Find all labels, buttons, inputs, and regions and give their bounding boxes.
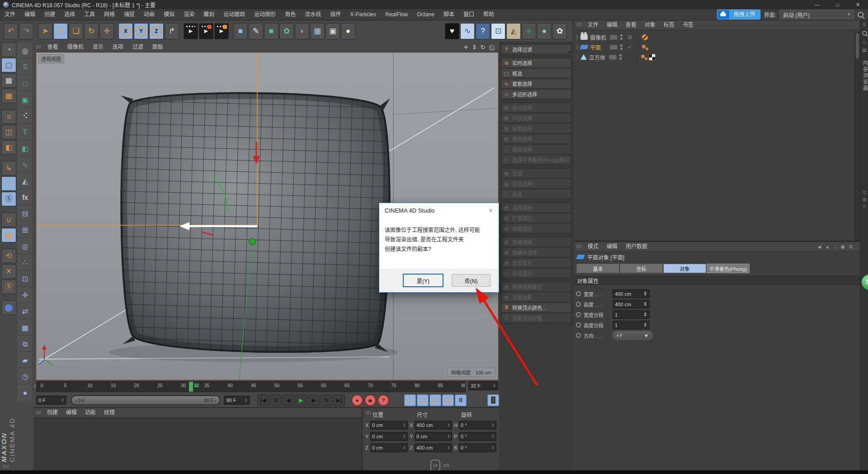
select-filter-item[interactable]: ?选择过滤 xyxy=(501,44,571,54)
menubar-item-18[interactable]: Octane xyxy=(412,9,439,20)
viewport-menu-item-4[interactable]: 过滤 xyxy=(128,42,148,52)
attribute-menu-icon-4[interactable]: ⊞ xyxy=(849,244,853,249)
current-frame-marker[interactable] xyxy=(189,382,193,392)
live-selection-button[interactable]: ➤ xyxy=(38,23,52,39)
dice-button[interactable]: ⊡ xyxy=(18,271,33,287)
lock-y-axis-button[interactable]: Y xyxy=(134,23,148,39)
attribute-menu-item-0[interactable]: 模式 xyxy=(584,242,603,251)
current-frame-field[interactable]: 32 F⇕ xyxy=(468,381,498,390)
magnet-snap-button[interactable]: ∪ xyxy=(1,213,16,227)
polygons-mode-button[interactable]: ◧ xyxy=(1,140,16,155)
workplane-lock-button[interactable]: ▦ xyxy=(1,228,16,242)
viewport-menu-item-3[interactable]: 选项 xyxy=(108,42,128,52)
dotted-sphere-button[interactable]: ● xyxy=(18,385,33,401)
clock-button[interactable]: ◷ xyxy=(18,369,33,384)
animation-help-button[interactable]: ? xyxy=(377,394,389,406)
plugin-rock-button[interactable]: ◭ xyxy=(506,23,521,39)
plugin-heart-button[interactable]: ♥ xyxy=(445,23,459,39)
plugin-flower-button[interactable]: ✿ xyxy=(552,23,567,39)
attribute-menu-icon-0[interactable]: ◀ xyxy=(818,244,821,249)
menubar-item-11[interactable]: 运动跟踪 xyxy=(219,9,250,20)
lock-x-axis-button[interactable]: X xyxy=(118,23,133,39)
object-manager-menu-item-3[interactable]: 对象 xyxy=(641,20,660,30)
panel-icon[interactable]: ◫ xyxy=(863,190,867,194)
object-manager-menu-item-5[interactable]: 书签 xyxy=(679,20,698,30)
menubar-item-4[interactable]: 工具 xyxy=(80,9,99,20)
axis-center-button[interactable]: ✕ xyxy=(1,264,16,279)
rotate-tool-button[interactable]: ↻ xyxy=(84,23,99,39)
object-row-camera[interactable]: ├摄像机⊡ xyxy=(574,32,860,42)
rings-button[interactable]: ◎ xyxy=(18,239,33,254)
undo-button[interactable]: ↶ xyxy=(4,23,18,39)
attribute-menu-icon-2[interactable]: ⌂ xyxy=(834,244,836,249)
redo-button[interactable]: ↷ xyxy=(19,23,33,39)
transport-goto-end-button[interactable]: ▶| xyxy=(333,394,345,406)
render-to-picture-viewer-button[interactable]: ▶ xyxy=(199,23,213,39)
close-button[interactable]: ✕ xyxy=(848,0,868,9)
browser-search-icon[interactable] xyxy=(862,31,867,35)
stack-icon[interactable]: ▤ xyxy=(862,47,866,52)
width-segments-field[interactable]: 1⇕ xyxy=(613,310,650,319)
autokeying-button[interactable]: ◉ xyxy=(364,394,376,406)
content-browser-tab[interactable]: 内容浏览器 xyxy=(862,60,868,92)
rectangle-selection-item[interactable]: ▢框选 xyxy=(501,68,571,78)
add-modeling-button[interactable]: ✿ xyxy=(279,23,294,39)
menubar-item-5[interactable]: 网格 xyxy=(99,9,119,20)
width-segments-key-radio[interactable] xyxy=(576,312,581,317)
rotation-key-button[interactable]: ↻ xyxy=(429,394,441,406)
size-x-field[interactable]: 400 cm⇕ xyxy=(415,421,452,430)
menubar-item-13[interactable]: 角色 xyxy=(280,9,300,20)
material-menu-item-1[interactable]: 编辑 xyxy=(62,408,81,417)
object-manager-scrollbar[interactable] xyxy=(854,31,860,241)
plane-layer-box[interactable] xyxy=(610,45,618,50)
dialog-yes-button[interactable]: 是(Y) xyxy=(403,274,443,287)
menubar-item-3[interactable]: 选择 xyxy=(60,9,80,20)
last-used-tool-button[interactable]: ✛ xyxy=(99,23,114,39)
height-segments-key-radio[interactable] xyxy=(576,322,581,327)
menubar-item-6[interactable]: 捕捉 xyxy=(119,9,139,20)
menubar-item-17[interactable]: RealFlow xyxy=(381,9,412,20)
height-segments-field[interactable]: 1⇕ xyxy=(613,321,650,329)
plugin-sphere-button[interactable]: ● xyxy=(537,23,552,39)
timeline-mode-button[interactable] xyxy=(487,394,499,406)
points-mode-button[interactable]: ⠶ xyxy=(1,109,16,124)
polygon-selection-item[interactable]: ◇多边形选择 xyxy=(501,89,571,99)
enable-axis-button[interactable]: ↳ xyxy=(1,161,16,175)
menubar-item-20[interactable]: 窗口 xyxy=(459,9,479,20)
menubar-item-1[interactable]: 编辑 xyxy=(20,9,40,20)
cube-texture-tag[interactable] xyxy=(649,54,656,61)
add-camera-button[interactable]: ▣ xyxy=(326,23,340,39)
viewport-menu-item-5[interactable]: 面板 xyxy=(148,42,168,52)
attribute-menu-icon-1[interactable]: ▲ xyxy=(825,244,830,249)
cube-visibility-dots[interactable] xyxy=(619,54,622,60)
shapes-button[interactable]: ▰ xyxy=(18,353,33,368)
explode-button[interactable]: □ xyxy=(18,76,33,91)
plugin-poster-button[interactable]: ? xyxy=(476,23,490,39)
transport-goto-start-button[interactable]: |◀ xyxy=(257,394,269,406)
object-row-cube[interactable]: └立方体 xyxy=(574,52,860,62)
rotation-p-field[interactable]: 0 °⇕ xyxy=(459,432,496,441)
model-mode-button[interactable]: ▢ xyxy=(1,58,16,72)
minimize-button[interactable]: — xyxy=(807,0,827,9)
object-row-plane[interactable]: ├平面✓ xyxy=(574,42,860,52)
plugin-tree-button[interactable]: ♣ xyxy=(522,23,536,39)
edit-render-settings-button[interactable]: ▶ xyxy=(214,23,229,39)
subdivide-button[interactable]: ◎ xyxy=(18,43,33,59)
position-y-field[interactable]: 0 cm⇕ xyxy=(370,432,408,441)
home-icon[interactable]: ⌂ xyxy=(863,39,866,44)
tweak-mode-button[interactable]: ◖ xyxy=(1,176,16,191)
checker-grid-button[interactable]: ▦ xyxy=(18,320,33,336)
range-start-field[interactable]: 0 F⇕ xyxy=(36,396,66,405)
add-light-button[interactable]: ● xyxy=(341,23,355,39)
viewport-menu-item-0[interactable]: 查看 xyxy=(43,42,63,52)
live-selection-item[interactable]: ⊙实时选择 xyxy=(501,58,571,68)
fracture-button[interactable]: ▣ xyxy=(18,92,33,108)
lock-z-axis-button[interactable]: Z xyxy=(149,23,164,39)
transport-previous-frame-button[interactable]: ◀ xyxy=(283,394,294,406)
drag-upload-button[interactable]: 拖拽上传 xyxy=(717,9,760,19)
search-icon[interactable] xyxy=(858,12,863,18)
material-menu-item-3[interactable]: 纹理 xyxy=(100,408,119,417)
material-menu-item-0[interactable]: 创建 xyxy=(43,408,62,417)
gizmo-center-handle[interactable] xyxy=(249,238,255,245)
height-key-radio[interactable] xyxy=(576,302,581,307)
